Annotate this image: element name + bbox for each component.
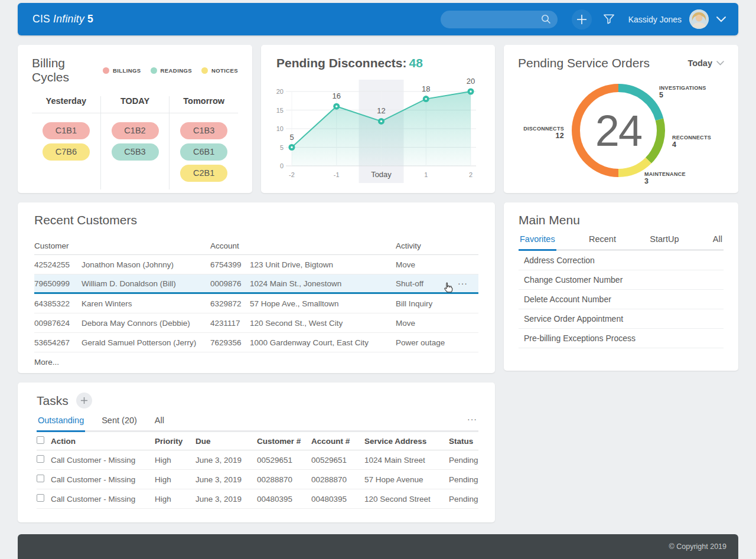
column-header-customer[interactable]: Customer [34,241,210,250]
donut-label-maintenance: MAINTENANCE 3 [644,171,686,185]
cell-address: 1000 Gardenway Court, East City [250,338,396,347]
task-checkbox[interactable] [37,494,44,502]
tab[interactable]: Recent [588,234,617,251]
billing-legend: BILLINGS READINGS NOTICES [103,67,238,74]
cell-account-no: 6329872 [210,299,250,308]
billing-column-header: TODAY [101,96,170,113]
cell-address: 1024 Main St., Jonestown [250,279,396,288]
column-header-status[interactable]: Status [449,437,478,446]
cell-customer-no: 00480395 [257,495,311,504]
billing-cycle-pill[interactable]: C6B1 [180,143,227,161]
task-row[interactable]: Call Customer - Missing High June 3, 201… [37,470,478,489]
pending-service-orders-card: Pending Service Orders Today 24 INVESTIG… [504,45,738,193]
add-task-button[interactable] [76,393,92,408]
cell-customer-name: William D. Donaldson (Bill) [82,279,210,288]
column-header-service-address[interactable]: Service Address [364,437,449,446]
donut-label-reconnects: RECONNECTS 4 [672,134,711,148]
svg-text:0: 0 [280,162,284,169]
search-input[interactable] [447,15,541,24]
billing-cycle-pill[interactable]: C2B1 [180,165,227,182]
svg-text:15: 15 [276,107,284,114]
copyright-text: © Copyright 2019 [669,542,726,551]
task-checkbox[interactable] [37,455,44,463]
tasks-tabs: OutstandingSent (20)All··· [37,416,478,432]
customer-row[interactable]: 00987624 Debora May Connors (Debbie) 423… [34,313,478,333]
cell-address: 123 Unit Drive, Bigtown [250,260,396,269]
column-header-priority[interactable]: Priority [155,437,195,446]
billing-cycle-column: TODAY C1B2C5B3 [100,96,170,189]
add-button[interactable] [572,9,592,30]
cell-priority: High [155,456,195,465]
cell-address: 120 Second St., West City [250,319,396,328]
task-checkbox[interactable] [37,475,44,482]
customer-row[interactable]: 53654267 Gerald Samuel Potterson (Jerry)… [34,333,478,352]
billing-cycle-pill[interactable]: C1B1 [43,122,90,139]
customers-table-body: 42524255 Jonathon Mason (Johnny) 6754399… [34,255,478,352]
tab[interactable]: StartUp [649,234,680,251]
billing-cycle-pill[interactable]: C1B2 [112,122,159,139]
cell-priority: High [155,495,195,504]
customer-row[interactable]: 42524255 Jonathon Mason (Johnny) 6754399… [34,255,478,274]
tab[interactable]: All [712,234,724,251]
menu-item[interactable]: Delete Account Number [519,290,724,309]
tab[interactable]: Favorites [519,234,556,251]
cell-status: Pending [449,456,478,465]
billing-cycles-title: Billing Cycles [32,56,103,84]
svg-text:-1: -1 [334,171,340,178]
select-all-checkbox[interactable] [37,436,44,444]
menu-item[interactable]: Address Correction [519,251,724,270]
filter-button[interactable] [600,11,618,28]
cell-customer-no: 00529651 [257,456,311,465]
task-row[interactable]: Call Customer - Missing High June 3, 201… [37,450,478,470]
pending-service-orders-title: Pending Service Orders [518,56,650,70]
menu-item[interactable]: Service Order Appointment [519,309,724,329]
cell-priority: High [155,475,195,484]
cell-activity: Shut-off [396,279,458,288]
main-menu-list: Address CorrectionChange Customer Number… [519,251,724,348]
cell-customer-name: Gerald Samuel Potterson (Jerry) [82,338,210,347]
user-name[interactable]: Kassidy Jones [628,15,682,24]
search-box[interactable] [441,11,558,28]
main-menu-card: Main Menu FavoritesRecentStartUpAll Addr… [504,202,738,371]
billing-cycle-pill[interactable]: C5B3 [112,143,159,161]
profile-menu-button[interactable] [712,11,730,28]
column-header-account-no[interactable]: Account # [311,437,364,446]
footer: © Copyright 2019 [18,534,738,559]
task-row[interactable]: Call Customer - Missing High June 3, 201… [37,489,478,509]
billing-cycle-pill[interactable]: C7B6 [43,143,90,161]
column-header-activity[interactable]: Activity [396,241,478,250]
main-menu-tabs: FavoritesRecentStartUpAll [519,234,724,251]
tasks-menu-button[interactable]: ··· [467,414,477,424]
column-header-account[interactable]: Account [210,241,396,250]
billing-cycle-pill[interactable]: C1B3 [180,122,227,139]
column-header-due[interactable]: Due [195,437,257,446]
tab[interactable]: Outstanding [37,416,85,432]
cell-account-no: 00288870 [311,475,364,484]
more-link[interactable]: More... [34,358,59,367]
billing-columns: Yesterday C1B1C7B6 TODAY C1B2C5B3 Tomorr… [32,96,238,189]
tasks-table-header: Action Priority Due Customer # Account #… [37,432,478,450]
cell-activity: Move [396,319,458,328]
column-header-action[interactable]: Action [51,437,155,446]
cell-status: Pending [449,475,478,484]
column-header-customer-no[interactable]: Customer # [257,437,311,446]
cell-customer-no: 00987624 [34,319,82,328]
user-avatar[interactable] [689,9,709,29]
row-menu-button[interactable]: ··· [458,279,478,288]
tab[interactable]: All [154,416,165,432]
cell-account-no: 7629356 [210,338,250,347]
cell-customer-name: Debora May Connors (Debbie) [82,319,210,328]
orders-date-filter[interactable]: Today [687,58,724,68]
customer-row[interactable]: 64385322 Karen Winters 6329872 57 Hope A… [34,294,478,313]
filter-icon [603,14,615,25]
cell-customer-no: 42524255 [34,260,82,269]
svg-text:20: 20 [467,77,475,86]
cell-customer-no: 64385322 [34,299,82,308]
menu-item[interactable]: Change Customer Number [519,270,724,290]
chevron-down-icon [716,16,726,22]
svg-text:1: 1 [424,171,428,178]
customer-row[interactable]: 79650999 William D. Donaldson (Bill) 000… [34,274,478,294]
tab[interactable]: Sent (20) [100,416,138,432]
cell-customer-no: 53654267 [34,338,82,347]
menu-item[interactable]: Pre-billing Exceptions Process [519,329,724,348]
